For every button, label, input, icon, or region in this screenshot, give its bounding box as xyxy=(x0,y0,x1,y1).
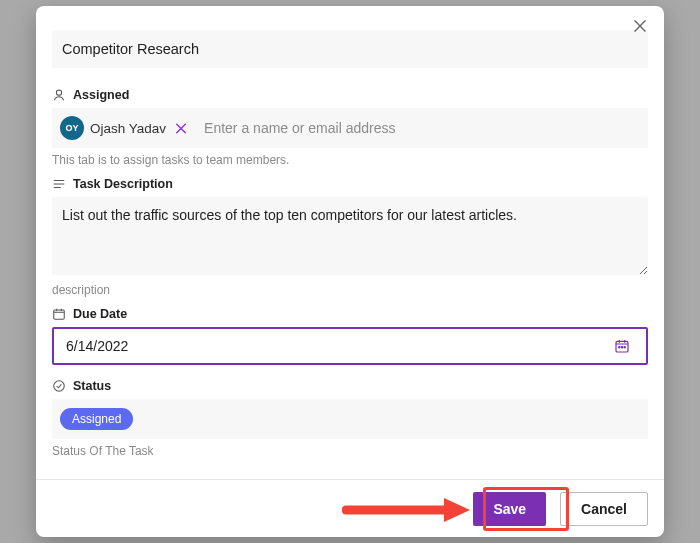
open-datepicker-button[interactable] xyxy=(608,337,636,355)
calendar-icon xyxy=(52,307,66,321)
person-icon xyxy=(52,88,66,102)
task-title-input[interactable] xyxy=(52,30,648,68)
assigned-section: Assigned OY Ojash Yadav This tab is to a… xyxy=(52,88,648,167)
assigned-field[interactable]: OY Ojash Yadav xyxy=(52,108,648,148)
x-icon xyxy=(176,123,186,134)
calendar-picker-icon xyxy=(614,338,630,354)
avatar: OY xyxy=(60,116,84,140)
lines-icon xyxy=(52,177,66,191)
assignee-chip-name: Ojash Yadav xyxy=(90,121,166,136)
due-date-field[interactable] xyxy=(52,327,648,365)
svg-point-5 xyxy=(624,347,625,348)
check-circle-icon xyxy=(52,379,66,393)
cancel-button[interactable]: Cancel xyxy=(560,492,648,526)
description-helper: description xyxy=(52,283,648,297)
assigned-label-text: Assigned xyxy=(73,88,129,102)
assignee-input[interactable] xyxy=(192,119,640,137)
modal-footer: Save Cancel xyxy=(36,479,664,537)
description-section: Task Description description xyxy=(52,177,648,297)
task-modal: Assigned OY Ojash Yadav This tab is to a… xyxy=(36,6,664,537)
status-label-text: Status xyxy=(73,379,111,393)
annotation-arrow-icon xyxy=(342,496,472,524)
status-section: Status Assigned Status Of The Task xyxy=(52,379,648,458)
description-label: Task Description xyxy=(52,177,648,191)
svg-rect-1 xyxy=(54,310,65,319)
status-badge: Assigned xyxy=(60,408,133,430)
close-button[interactable] xyxy=(628,14,652,38)
description-label-text: Task Description xyxy=(73,177,173,191)
close-icon xyxy=(634,19,646,33)
svg-marker-8 xyxy=(444,498,470,522)
assigned-helper: This tab is to assign tasks to team memb… xyxy=(52,153,648,167)
status-helper: Status Of The Task xyxy=(52,444,648,458)
svg-point-0 xyxy=(56,90,61,95)
due-date-input[interactable] xyxy=(64,337,608,355)
svg-point-3 xyxy=(619,347,620,348)
due-date-label: Due Date xyxy=(52,307,648,321)
svg-point-6 xyxy=(54,381,65,392)
due-date-label-text: Due Date xyxy=(73,307,127,321)
due-date-section: Due Date xyxy=(52,307,648,365)
remove-assignee-button[interactable] xyxy=(170,117,192,139)
status-field[interactable]: Assigned xyxy=(52,399,648,439)
svg-point-4 xyxy=(621,347,622,348)
save-button[interactable]: Save xyxy=(473,492,546,526)
assigned-label: Assigned xyxy=(52,88,648,102)
status-label: Status xyxy=(52,379,648,393)
description-textarea[interactable] xyxy=(52,197,648,275)
